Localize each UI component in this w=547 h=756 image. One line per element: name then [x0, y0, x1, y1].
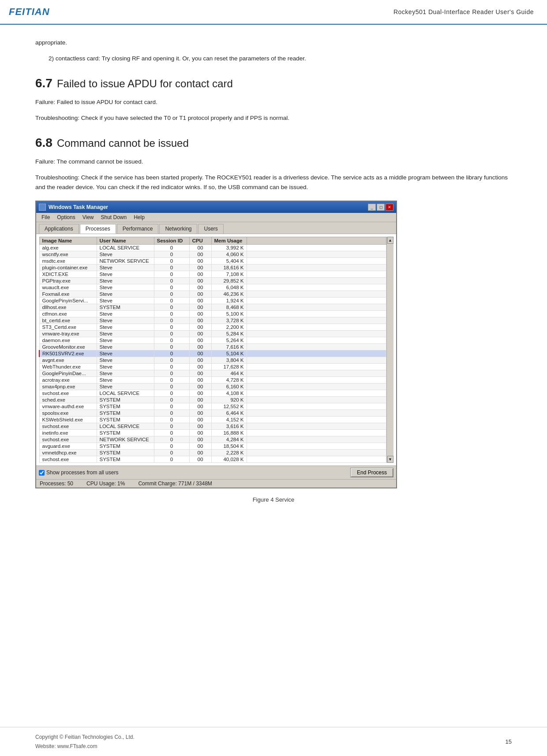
- taskmanager-titlebar: Windows Task Manager _ ◻ ✕: [36, 201, 396, 213]
- table-row[interactable]: plugin-container.exeSteve00018,616 K: [39, 264, 386, 271]
- table-row[interactable]: PGPtray.exeSteve00029,852 K: [39, 278, 386, 284]
- tab-performance[interactable]: Performance: [117, 224, 159, 234]
- end-process-button[interactable]: End Process: [350, 468, 393, 477]
- table-cell-rest: [247, 337, 386, 344]
- table-cell: 5,404 K: [211, 258, 247, 264]
- table-cell: 0: [154, 291, 189, 298]
- table-cell: 00: [189, 337, 211, 344]
- table-row[interactable]: svchost.exeLOCAL SERVICE0004,108 K: [39, 390, 386, 397]
- table-cell-rest: [247, 364, 386, 370]
- table-cell: 0: [154, 410, 189, 417]
- table-row[interactable]: avguard.exeSYSTEM00018,504 K: [39, 443, 386, 450]
- menu-file[interactable]: File: [39, 214, 52, 221]
- table-row[interactable]: KSWebShield.exeSYSTEM0004,152 K: [39, 417, 386, 423]
- menu-help[interactable]: Help: [131, 214, 147, 221]
- table-row[interactable]: avgnt.exeSteve0003,804 K: [39, 357, 386, 364]
- table-cell: Steve: [97, 350, 154, 357]
- table-cell: 00: [189, 403, 211, 410]
- table-cell-rest: [247, 357, 386, 364]
- table-cell: 00: [189, 430, 211, 436]
- table-row[interactable]: bt_certd.exeSteve0003,728 K: [39, 317, 386, 324]
- table-cell-rest: [247, 284, 386, 291]
- close-button[interactable]: ✕: [386, 204, 393, 211]
- table-row[interactable]: vmware-tray.exeSteve0005,284 K: [39, 331, 386, 337]
- tab-users[interactable]: Users: [198, 224, 223, 234]
- taskmanager-window-controls[interactable]: _ ◻ ✕: [368, 204, 393, 211]
- table-cell-rest: [247, 344, 386, 350]
- menu-options[interactable]: Options: [54, 214, 78, 221]
- table-row[interactable]: GooglePinyinDae...Steve000464 K: [39, 370, 386, 377]
- table-row[interactable]: acrotray.exeSteve0004,728 K: [39, 377, 386, 384]
- table-row[interactable]: GooglePinyinServi...Steve0001,924 K: [39, 298, 386, 304]
- table-row[interactable]: msdtc.exeNETWORK SERVICE0005,404 K: [39, 258, 386, 264]
- minimize-button[interactable]: _: [368, 204, 376, 211]
- page-footer: Copyright © Feitian Technologies Co., Lt…: [0, 727, 547, 756]
- table-cell: Steve: [97, 337, 154, 344]
- menu-shutdown[interactable]: Shut Down: [98, 214, 130, 221]
- table-cell: 0: [154, 443, 189, 450]
- table-row[interactable]: svchost.exeLOCAL SERVICE0003,616 K: [39, 423, 386, 430]
- table-row[interactable]: daemon.exeSteve0005,264 K: [39, 337, 386, 344]
- table-cell: bt_certd.exe: [39, 317, 97, 324]
- table-cell: 00: [189, 350, 211, 357]
- page-header: FEITIAN Rockey501 Dual-Interface Reader …: [0, 0, 547, 25]
- table-row[interactable]: svchost.exeNETWORK SERVICE0004,284 K: [39, 436, 386, 443]
- table-cell: 0: [154, 311, 189, 317]
- table-cell: LOCAL SERVICE: [97, 423, 154, 430]
- table-row[interactable]: inetinfo.exeSYSTEM00016,888 K: [39, 430, 386, 436]
- table-row[interactable]: WebThunder.exeSteve00017,628 K: [39, 364, 386, 370]
- table-cell: 18,504 K: [211, 443, 247, 450]
- col-header-session[interactable]: Session ID: [154, 237, 189, 245]
- table-cell: ST3_Certd.exe: [39, 324, 97, 331]
- table-cell: 4,060 K: [211, 251, 247, 258]
- col-header-image[interactable]: Image Name: [39, 237, 97, 245]
- footer-copyright: Copyright © Feitian Technologies Co., Lt…: [35, 733, 135, 741]
- menu-view[interactable]: View: [80, 214, 97, 221]
- table-cell: 3,992 K: [211, 245, 247, 251]
- table-row[interactable]: wuauclt.exeSteve0006,048 K: [39, 284, 386, 291]
- table-row[interactable]: sched.exeSYSTEM000920 K: [39, 397, 386, 403]
- table-row[interactable]: smax4pnp.exeSteve0006,160 K: [39, 384, 386, 390]
- table-cell: 00: [189, 417, 211, 423]
- col-header-mem[interactable]: Mem Usage: [211, 237, 247, 245]
- table-cell-rest: [247, 397, 386, 403]
- table-cell: 0: [154, 350, 189, 357]
- table-cell: 16,888 K: [211, 430, 247, 436]
- table-row[interactable]: ctfmon.exeSteve0005,100 K: [39, 311, 386, 317]
- table-cell: Steve: [97, 291, 154, 298]
- table-row[interactable]: alg.exeLOCAL SERVICE0003,992 K: [39, 245, 386, 251]
- process-scrollbar[interactable]: ▲ ▼: [386, 237, 393, 463]
- table-row[interactable]: ST3_Certd.exeSteve0002,200 K: [39, 324, 386, 331]
- tab-applications[interactable]: Applications: [39, 224, 79, 234]
- table-cell: SYSTEM: [97, 456, 154, 463]
- tab-processes[interactable]: Processes: [80, 224, 116, 234]
- table-cell: smax4pnp.exe: [39, 384, 97, 390]
- table-row[interactable]: Foxmail.exeSteve00046,236 K: [39, 291, 386, 298]
- table-cell-rest: [247, 271, 386, 278]
- table-row[interactable]: svchost.exeSYSTEM00040,028 K: [39, 456, 386, 463]
- section-67-failure: Failure: Failed to issue APDU for contac…: [35, 97, 512, 107]
- table-row[interactable]: wscntfy.exeSteve0004,060 K: [39, 251, 386, 258]
- show-processes-checkbox[interactable]: [39, 470, 45, 476]
- table-cell: 29,852 K: [211, 278, 247, 284]
- table-row[interactable]: spoolsv.exeSYSTEM0006,464 K: [39, 410, 386, 417]
- table-cell: 0: [154, 304, 189, 311]
- col-header-user[interactable]: User Name: [97, 237, 154, 245]
- table-row[interactable]: vmware-authd.exeSYSTEM00012,552 K: [39, 403, 386, 410]
- table-row[interactable]: dllhost.exeSYSTEM0008,468 K: [39, 304, 386, 311]
- table-cell: XDICT.EXE: [39, 271, 97, 278]
- table-row[interactable]: XDICT.EXESteve0007,108 K: [39, 271, 386, 278]
- table-row[interactable]: vmnetdhcp.exeSYSTEM0002,228 K: [39, 450, 386, 456]
- table-cell: LOCAL SERVICE: [97, 390, 154, 397]
- restore-button[interactable]: ◻: [377, 204, 385, 211]
- table-cell: 5,100 K: [211, 311, 247, 317]
- table-cell: NETWORK SERVICE: [97, 436, 154, 443]
- table-cell-rest: [247, 331, 386, 337]
- table-row[interactable]: GrooveMonitor.exeSteve0007,616 K: [39, 344, 386, 350]
- tab-networking[interactable]: Networking: [159, 224, 197, 234]
- col-header-cpu[interactable]: CPU: [189, 237, 211, 245]
- table-cell: avguard.exe: [39, 443, 97, 450]
- table-cell: 8,468 K: [211, 304, 247, 311]
- table-cell: 5,284 K: [211, 331, 247, 337]
- table-row[interactable]: RK501SVRV2.exeSteve0005,104 K: [39, 350, 386, 357]
